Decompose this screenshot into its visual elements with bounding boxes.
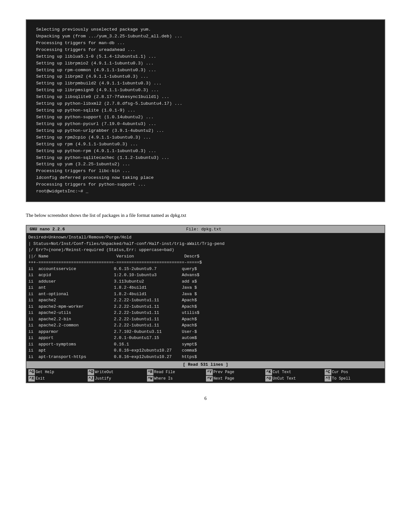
terminal-line: Setting up python-pycurl (7.19.0-4ubuntu… bbox=[36, 121, 156, 126]
nano-line: | Status=Not/Inst/Conf-files/Unpacked/ha… bbox=[28, 241, 383, 247]
shortcut-item: ^TTo Spell bbox=[324, 375, 383, 382]
nano-line: ii apt-transport-https 0.8.16~exp12ubunt… bbox=[28, 354, 383, 360]
nano-content: Desired=Unknown/Install/Remove/Purge/Hol… bbox=[26, 233, 385, 361]
shortcut-label: Exit bbox=[35, 376, 45, 382]
shortcut-key: ^J bbox=[88, 376, 94, 382]
nano-line: +++-==============================-=====… bbox=[28, 259, 383, 266]
nano-line: ii apache2 2.2.22-1ubuntu1.11 Apach$ bbox=[28, 297, 383, 304]
shortcut-label: Get Help bbox=[35, 369, 54, 375]
terminal-line: Setting up libsqlite0 (2.8.17-7fakesync1… bbox=[36, 94, 169, 99]
shortcut-item: ^RRead File bbox=[146, 369, 206, 375]
terminal-line: Unpacking yum (from .../yum_3.2.25-1ubun… bbox=[36, 34, 182, 39]
terminal-line: root@widgetsInc:~# _ bbox=[36, 189, 88, 194]
nano-line: ii adduser 3.113ubuntu2 add a$ bbox=[28, 278, 383, 285]
shortcut-label: Read File bbox=[154, 369, 175, 375]
nano-line: ii ant 1.8.2-4build1 Java $ bbox=[28, 285, 383, 291]
terminal-line: Setting up python-rpm (4.9.1.1-1ubuntu0.… bbox=[36, 149, 156, 153]
nano-line: Desired=Unknown/Install/Remove/Purge/Hol… bbox=[28, 234, 383, 241]
shortcut-label: UnCut Text bbox=[273, 376, 296, 382]
nano-line: ii acpid 1:2.0.10-1ubuntu3 Advans$ bbox=[28, 272, 383, 278]
terminal-line: Processing triggers for ureadahead ... bbox=[36, 47, 135, 52]
nano-line: ii apport-symptoms 0.16.1 sympt$ bbox=[28, 341, 383, 348]
shortcut-item: ^JJustify bbox=[87, 375, 146, 382]
nano-titlebar: GNU nano 2.2.6 File: dpkg.txt bbox=[26, 226, 385, 233]
shortcut-key: ^W bbox=[147, 376, 153, 382]
shortcut-item: ^WWhere Is bbox=[146, 375, 206, 382]
terminal-line: Setting up rpm (4.9.1.1-1ubuntu0.3) ... bbox=[36, 142, 138, 147]
terminal-line: Processing triggers for python-support .… bbox=[36, 182, 146, 187]
terminal-line: Selecting previously unselected package … bbox=[36, 27, 151, 32]
shortcut-item: ^OWriteOut bbox=[87, 369, 146, 375]
shortcut-item: ^GGet Help bbox=[28, 369, 87, 375]
terminal-line: Setting up librpmio2 (4.9.1.1-1ubuntu0.3… bbox=[36, 61, 154, 66]
page-number: 6 bbox=[26, 396, 385, 401]
terminal-line: Setting up python-sqlitecachec (1.1.2-1u… bbox=[36, 155, 169, 160]
nano-line: ii apache2.2-bin 2.2.22-1ubuntu1.11 Apac… bbox=[28, 316, 383, 323]
shortcut-label: WriteOut bbox=[95, 369, 113, 375]
shortcut-item: ^VNext Page bbox=[205, 375, 265, 382]
nano-filename: File: dpkg.txt bbox=[65, 226, 343, 233]
shortcut-label: Cut Text bbox=[273, 369, 291, 375]
nano-version: GNU nano 2.2.6 bbox=[30, 226, 65, 233]
shortcut-key: ^G bbox=[28, 369, 35, 375]
terminal-line: Setting up python-support (1.0.14ubuntu2… bbox=[36, 115, 154, 120]
terminal-line: Setting up rpm-common (4.9.1.1-1ubuntu0.… bbox=[36, 68, 156, 73]
shortcut-key: ^O bbox=[88, 369, 94, 375]
shortcut-key: ^C bbox=[325, 369, 331, 375]
shortcut-key: ^T bbox=[325, 376, 331, 382]
shortcut-item: ^CCur Pos bbox=[324, 369, 383, 375]
nano-line: ||/ Name Version Descr$ bbox=[28, 253, 383, 260]
description-text: The below screenshot shows the list of p… bbox=[26, 212, 385, 219]
terminal-line: Setting up librpmsign0 (4.9.1.1-1ubuntu0… bbox=[36, 88, 159, 92]
nano-line: |/ Err?=(none)/Reinst-required (Status,E… bbox=[28, 247, 383, 253]
shortcut-item: ^KCut Text bbox=[265, 369, 324, 375]
shortcut-label: Next Page bbox=[213, 376, 234, 382]
shortcut-key: ^X bbox=[28, 376, 35, 382]
nano-line: ii apt 0.8.16~exp12ubuntu10.27 comma$ bbox=[28, 347, 383, 354]
shortcut-label: Cur Pos bbox=[332, 369, 348, 375]
terminal-line: Setting up liblua5.1-0 (5.1.4-12ubuntu1.… bbox=[36, 54, 156, 59]
shortcut-key: ^U bbox=[265, 376, 272, 382]
terminal-line: Setting up python-libxml2 (2.7.8.dfsg-5.… bbox=[36, 101, 182, 106]
shortcut-label: Where Is bbox=[154, 376, 173, 382]
terminal-line: Setting up python-sqlite (1.0.1-9) ... bbox=[36, 108, 135, 113]
terminal-line: Setting up rpm2cpio (4.9.1.1-1ubuntu0.3)… bbox=[36, 135, 151, 140]
nano-line: ii apport 2.0.1-0ubuntu17.15 autom$ bbox=[28, 335, 383, 341]
nano-line: ii apache2.2-common 2.2.22-1ubuntu1.11 A… bbox=[28, 322, 383, 329]
shortcut-key: ^K bbox=[265, 369, 272, 375]
nano-line: ii accountsservice 0.6.15-2ubuntu9.7 que… bbox=[28, 266, 383, 272]
nano-line: ii apache2-mpm-worker 2.2.22-1ubuntu1.11… bbox=[28, 304, 383, 310]
shortcut-label: Justify bbox=[95, 376, 111, 382]
shortcut-key: ^R bbox=[147, 369, 153, 375]
shortcut-label: Prev Page bbox=[213, 369, 234, 375]
shortcut-key: ^Y bbox=[206, 369, 212, 375]
terminal-line: Setting up python-urlgrabber (3.9.1-4ubu… bbox=[36, 128, 164, 133]
shortcut-item: ^YPrev Page bbox=[205, 369, 265, 375]
nano-statusbar: [ Read 531 lines ] bbox=[26, 361, 385, 368]
terminal-line: Processing triggers for libc-bin ... bbox=[36, 169, 130, 173]
terminal-line: ldconfig deferred processing now taking … bbox=[36, 175, 154, 180]
shortcut-item: ^UUnCut Text bbox=[265, 375, 324, 382]
terminal-output: Selecting previously unselected package … bbox=[26, 19, 385, 202]
shortcut-key: ^V bbox=[206, 376, 212, 382]
shortcut-label: To Spell bbox=[332, 376, 351, 382]
terminal-line: Setting up librpmbuild2 (4.9.1.1-1ubuntu… bbox=[36, 81, 161, 86]
nano-shortcut-bar: ^GGet Help^OWriteOut^RRead File^YPrev Pa… bbox=[26, 368, 385, 382]
nano-line: ii apparmor 2.7.102-0ubuntu3.11 User-$ bbox=[28, 329, 383, 335]
nano-line: ii apache2-utils 2.2.22-1ubuntu1.11 util… bbox=[28, 310, 383, 316]
nano-line: ii ant-optional 1.8.2-4build1 Java $ bbox=[28, 291, 383, 297]
terminal-line: Setting up librpm2 (4.9.1.1-1ubuntu0.3) … bbox=[36, 74, 148, 79]
shortcut-item: ^XExit bbox=[28, 375, 87, 382]
terminal-line: Processing triggers for man-db ... bbox=[36, 41, 125, 45]
nano-editor: GNU nano 2.2.6 File: dpkg.txt Desired=Un… bbox=[26, 225, 385, 383]
terminal-line: Setting up yum (3.2.25-1ubuntu2) ... bbox=[36, 162, 130, 167]
